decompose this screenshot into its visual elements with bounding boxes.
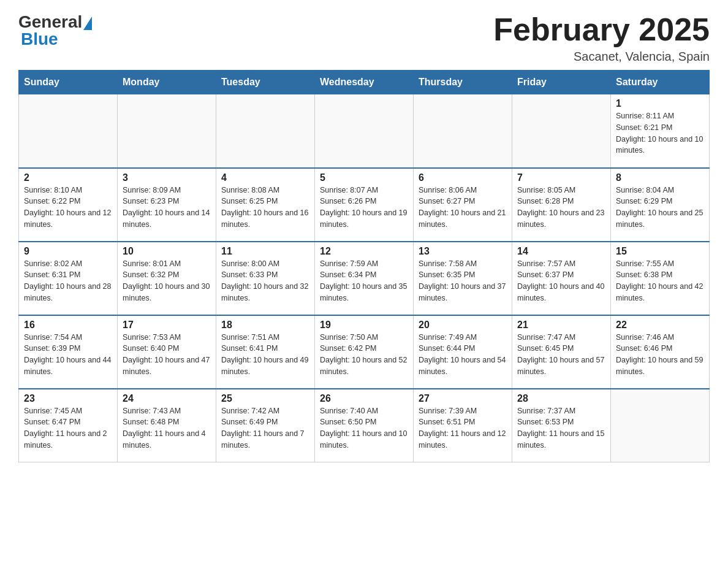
day-info: Sunrise: 7:45 AMSunset: 6:47 PMDaylight:… bbox=[24, 405, 112, 451]
calendar-cell: 1Sunrise: 8:11 AMSunset: 6:21 PMDaylight… bbox=[611, 94, 710, 168]
calendar-cell bbox=[216, 94, 315, 168]
calendar-cell: 22Sunrise: 7:46 AMSunset: 6:46 PMDayligh… bbox=[611, 315, 710, 389]
day-info: Sunrise: 7:46 AMSunset: 6:46 PMDaylight:… bbox=[616, 332, 704, 378]
calendar-cell: 14Sunrise: 7:57 AMSunset: 6:37 PMDayligh… bbox=[512, 242, 611, 315]
day-info: Sunrise: 7:49 AMSunset: 6:44 PMDaylight:… bbox=[419, 332, 507, 378]
weekday-header-sunday: Sunday bbox=[19, 71, 118, 94]
day-number: 7 bbox=[517, 172, 605, 183]
day-info: Sunrise: 7:40 AMSunset: 6:50 PMDaylight:… bbox=[320, 405, 408, 451]
day-info: Sunrise: 7:59 AMSunset: 6:34 PMDaylight:… bbox=[320, 258, 408, 304]
calendar-cell: 4Sunrise: 8:08 AMSunset: 6:25 PMDaylight… bbox=[216, 168, 315, 242]
title-area: February 2025 Sacanet, Valencia, Spain bbox=[493, 12, 710, 64]
day-number: 22 bbox=[616, 320, 704, 331]
calendar-cell: 28Sunrise: 7:37 AMSunset: 6:53 PMDayligh… bbox=[512, 389, 611, 462]
day-number: 3 bbox=[123, 172, 211, 183]
day-number: 23 bbox=[24, 393, 112, 404]
day-info: Sunrise: 8:06 AMSunset: 6:27 PMDaylight:… bbox=[419, 185, 507, 231]
day-number: 28 bbox=[517, 393, 605, 404]
calendar-cell bbox=[512, 94, 611, 168]
calendar-cell: 12Sunrise: 7:59 AMSunset: 6:34 PMDayligh… bbox=[315, 242, 414, 315]
calendar-cell: 3Sunrise: 8:09 AMSunset: 6:23 PMDaylight… bbox=[118, 168, 216, 242]
day-number: 27 bbox=[419, 393, 507, 404]
day-number: 14 bbox=[517, 246, 605, 257]
calendar-cell bbox=[414, 94, 512, 168]
day-number: 26 bbox=[320, 393, 408, 404]
weekday-header-row: SundayMondayTuesdayWednesdayThursdayFrid… bbox=[19, 71, 710, 94]
calendar-week-2: 2Sunrise: 8:10 AMSunset: 6:22 PMDaylight… bbox=[19, 168, 710, 242]
day-info: Sunrise: 8:07 AMSunset: 6:26 PMDaylight:… bbox=[320, 185, 408, 231]
calendar-cell: 13Sunrise: 7:58 AMSunset: 6:35 PMDayligh… bbox=[414, 242, 512, 315]
day-number: 2 bbox=[24, 172, 112, 183]
day-info: Sunrise: 7:42 AMSunset: 6:49 PMDaylight:… bbox=[221, 405, 309, 451]
day-info: Sunrise: 8:02 AMSunset: 6:31 PMDaylight:… bbox=[24, 258, 112, 304]
day-info: Sunrise: 7:37 AMSunset: 6:53 PMDaylight:… bbox=[517, 405, 605, 451]
day-info: Sunrise: 7:51 AMSunset: 6:41 PMDaylight:… bbox=[221, 332, 309, 378]
calendar-week-3: 9Sunrise: 8:02 AMSunset: 6:31 PMDaylight… bbox=[19, 242, 710, 315]
location-label: Sacanet, Valencia, Spain bbox=[493, 50, 710, 64]
day-info: Sunrise: 7:58 AMSunset: 6:35 PMDaylight:… bbox=[419, 258, 507, 304]
day-number: 6 bbox=[419, 172, 507, 183]
day-number: 25 bbox=[221, 393, 309, 404]
calendar-cell: 7Sunrise: 8:05 AMSunset: 6:28 PMDaylight… bbox=[512, 168, 611, 242]
day-number: 24 bbox=[123, 393, 211, 404]
month-title: February 2025 bbox=[493, 12, 710, 47]
calendar-table: SundayMondayTuesdayWednesdayThursdayFrid… bbox=[18, 70, 710, 462]
calendar-cell: 9Sunrise: 8:02 AMSunset: 6:31 PMDaylight… bbox=[19, 242, 118, 315]
calendar-cell: 10Sunrise: 8:01 AMSunset: 6:32 PMDayligh… bbox=[118, 242, 216, 315]
day-number: 18 bbox=[221, 320, 309, 331]
weekday-header-wednesday: Wednesday bbox=[315, 71, 414, 94]
day-number: 16 bbox=[24, 320, 112, 331]
calendar-cell: 20Sunrise: 7:49 AMSunset: 6:44 PMDayligh… bbox=[414, 315, 512, 389]
day-number: 1 bbox=[616, 98, 704, 109]
calendar-cell: 5Sunrise: 8:07 AMSunset: 6:26 PMDaylight… bbox=[315, 168, 414, 242]
day-number: 20 bbox=[419, 320, 507, 331]
calendar-cell: 27Sunrise: 7:39 AMSunset: 6:51 PMDayligh… bbox=[414, 389, 512, 462]
day-info: Sunrise: 7:50 AMSunset: 6:42 PMDaylight:… bbox=[320, 332, 408, 378]
calendar-cell: 19Sunrise: 7:50 AMSunset: 6:42 PMDayligh… bbox=[315, 315, 414, 389]
day-info: Sunrise: 7:47 AMSunset: 6:45 PMDaylight:… bbox=[517, 332, 605, 378]
day-number: 5 bbox=[320, 172, 408, 183]
day-info: Sunrise: 8:01 AMSunset: 6:32 PMDaylight:… bbox=[123, 258, 211, 304]
calendar-cell: 2Sunrise: 8:10 AMSunset: 6:22 PMDaylight… bbox=[19, 168, 118, 242]
calendar-week-4: 16Sunrise: 7:54 AMSunset: 6:39 PMDayligh… bbox=[19, 315, 710, 389]
day-number: 17 bbox=[123, 320, 211, 331]
day-number: 4 bbox=[221, 172, 309, 183]
day-number: 8 bbox=[616, 172, 704, 183]
calendar-header: SundayMondayTuesdayWednesdayThursdayFrid… bbox=[19, 71, 710, 94]
calendar-week-5: 23Sunrise: 7:45 AMSunset: 6:47 PMDayligh… bbox=[19, 389, 710, 462]
day-info: Sunrise: 8:09 AMSunset: 6:23 PMDaylight:… bbox=[123, 185, 211, 231]
weekday-header-tuesday: Tuesday bbox=[216, 71, 315, 94]
day-info: Sunrise: 8:04 AMSunset: 6:29 PMDaylight:… bbox=[616, 185, 704, 231]
day-info: Sunrise: 8:00 AMSunset: 6:33 PMDaylight:… bbox=[221, 258, 309, 304]
weekday-header-thursday: Thursday bbox=[414, 71, 512, 94]
calendar-body: 1Sunrise: 8:11 AMSunset: 6:21 PMDaylight… bbox=[19, 94, 710, 462]
day-info: Sunrise: 8:10 AMSunset: 6:22 PMDaylight:… bbox=[24, 185, 112, 231]
day-number: 15 bbox=[616, 246, 704, 257]
calendar-cell bbox=[611, 389, 710, 462]
day-number: 10 bbox=[123, 246, 211, 257]
calendar-cell: 23Sunrise: 7:45 AMSunset: 6:47 PMDayligh… bbox=[19, 389, 118, 462]
day-info: Sunrise: 7:57 AMSunset: 6:37 PMDaylight:… bbox=[517, 258, 605, 304]
day-info: Sunrise: 8:11 AMSunset: 6:21 PMDaylight:… bbox=[616, 110, 704, 156]
calendar-cell: 11Sunrise: 8:00 AMSunset: 6:33 PMDayligh… bbox=[216, 242, 315, 315]
logo-blue-text: Blue bbox=[18, 29, 58, 49]
day-number: 12 bbox=[320, 246, 408, 257]
calendar-cell: 21Sunrise: 7:47 AMSunset: 6:45 PMDayligh… bbox=[512, 315, 611, 389]
day-info: Sunrise: 7:39 AMSunset: 6:51 PMDaylight:… bbox=[419, 405, 507, 451]
weekday-header-friday: Friday bbox=[512, 71, 611, 94]
calendar-cell: 8Sunrise: 8:04 AMSunset: 6:29 PMDaylight… bbox=[611, 168, 710, 242]
calendar-cell: 16Sunrise: 7:54 AMSunset: 6:39 PMDayligh… bbox=[19, 315, 118, 389]
logo: General Blue bbox=[18, 12, 92, 49]
day-number: 21 bbox=[517, 320, 605, 331]
weekday-header-monday: Monday bbox=[118, 71, 216, 94]
calendar-cell: 26Sunrise: 7:40 AMSunset: 6:50 PMDayligh… bbox=[315, 389, 414, 462]
calendar-cell: 6Sunrise: 8:06 AMSunset: 6:27 PMDaylight… bbox=[414, 168, 512, 242]
day-number: 19 bbox=[320, 320, 408, 331]
calendar-cell bbox=[118, 94, 216, 168]
calendar-cell: 25Sunrise: 7:42 AMSunset: 6:49 PMDayligh… bbox=[216, 389, 315, 462]
calendar-cell: 15Sunrise: 7:55 AMSunset: 6:38 PMDayligh… bbox=[611, 242, 710, 315]
calendar-week-1: 1Sunrise: 8:11 AMSunset: 6:21 PMDaylight… bbox=[19, 94, 710, 168]
day-info: Sunrise: 7:54 AMSunset: 6:39 PMDaylight:… bbox=[24, 332, 112, 378]
calendar-cell: 24Sunrise: 7:43 AMSunset: 6:48 PMDayligh… bbox=[118, 389, 216, 462]
day-info: Sunrise: 7:53 AMSunset: 6:40 PMDaylight:… bbox=[123, 332, 211, 378]
